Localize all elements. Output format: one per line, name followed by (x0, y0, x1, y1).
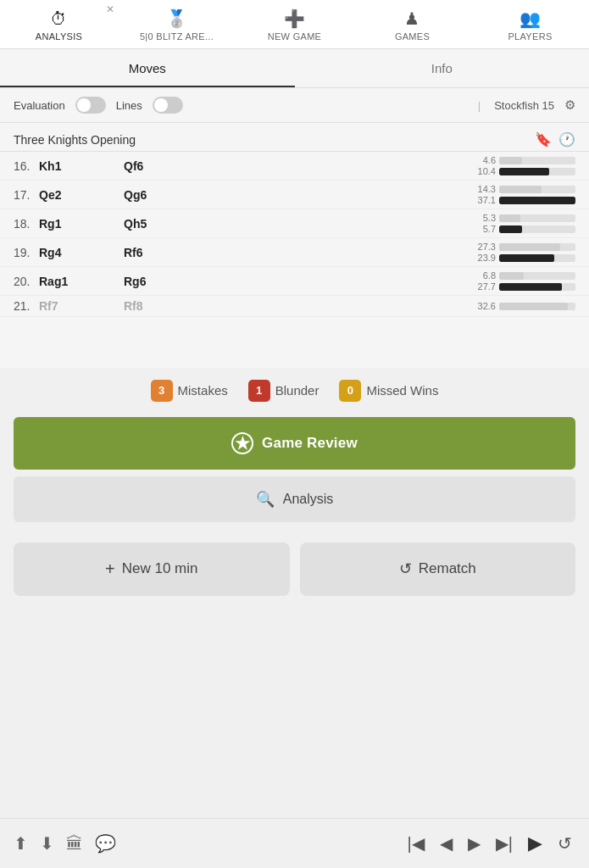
timer-icon: ⏱ (50, 9, 67, 29)
missed-wins-label: Missed Wins (366, 383, 438, 398)
move-white[interactable]: Qe2 (39, 188, 124, 202)
game-review-label: Game Review (262, 435, 358, 452)
move-num: 21. (14, 299, 39, 313)
last-move-button[interactable]: ▶| (492, 832, 516, 855)
opening-icons: 🔖 🕐 (535, 131, 575, 147)
game-review-button[interactable]: ★ Game Review (14, 417, 575, 470)
blunders-count: 1 (256, 384, 262, 397)
nav-label-analysis: ANALYSIS (36, 31, 82, 42)
first-move-button[interactable]: |◀ (404, 832, 428, 855)
analysis-icon: 🔍 (256, 490, 275, 509)
gear-icon[interactable]: ⚙ (564, 97, 575, 113)
bar-val: 5.7 (470, 224, 496, 234)
play-button[interactable]: ▶ (525, 831, 546, 856)
move-num: 18. (14, 217, 39, 231)
bar-val: 14.3 (470, 184, 496, 194)
nav-item-new-game[interactable]: ➕ NEW GAME (236, 0, 353, 48)
eval-bar: Evaluation Lines | Stockfish 15 ⚙ (0, 88, 589, 123)
plus-new-icon: + (105, 559, 115, 579)
opening-name: Three Knights Opening 🔖 🕐 (14, 131, 575, 147)
analysis-button[interactable]: 🔍 Analysis (14, 476, 575, 522)
mistakes-count: 3 (158, 384, 164, 397)
star-icon: ★ (231, 432, 253, 454)
move-white[interactable]: Rag1 (39, 275, 124, 288)
evaluation-label: Evaluation (14, 99, 65, 112)
move-bars: 4.6 10.4 (208, 155, 575, 176)
table-row: 16. Kh1 Qf6 4.6 10.4 (0, 152, 589, 181)
table-row: 21. Rf7 Rf8 32.6 (0, 296, 589, 317)
bar-val: 32.6 (470, 301, 496, 311)
bar-val: 23.9 (470, 253, 496, 263)
lines-toggle[interactable] (153, 97, 183, 114)
nav-item-blitz[interactable]: 🥈 5|0 BLITZ ARE... (118, 0, 236, 48)
rematch-label: Rematch (419, 560, 476, 577)
medal-icon: 🥈 (166, 8, 187, 29)
move-black[interactable]: Qh5 (124, 217, 208, 231)
move-black[interactable]: Rg6 (124, 275, 208, 288)
nav-label-blitz: 5|0 BLITZ ARE... (140, 31, 214, 42)
nav-label-games: GAMES (395, 31, 430, 42)
bar-val: 27.7 (470, 281, 496, 292)
action-buttons: ★ Game Review 🔍 Analysis (0, 410, 589, 529)
tab-info[interactable]: Info (295, 49, 590, 87)
next-move-button[interactable]: ▶ (464, 832, 484, 855)
bar-val: 5.3 (470, 213, 496, 223)
prev-move-button[interactable]: ◀ (436, 832, 456, 855)
move-white[interactable]: Rg1 (39, 217, 124, 231)
blunders-badge: 1 (248, 380, 270, 402)
stats-row: 3 Mistakes 1 Blunder 0 Missed Wins (0, 368, 589, 410)
tab-moves[interactable]: Moves (0, 49, 295, 87)
move-white[interactable]: Kh1 (39, 159, 124, 173)
move-bars: 32.6 (208, 301, 575, 311)
nav-item-players[interactable]: 👥 PLAYERS (471, 0, 589, 48)
move-black[interactable]: Qf6 (124, 159, 208, 173)
blunders-label: Blunder (275, 383, 320, 398)
missed-wins-count: 0 (347, 384, 353, 397)
players-icon: 👥 (520, 8, 541, 29)
rematch-button[interactable]: ↺ Rematch (300, 542, 576, 596)
analysis-label: Analysis (283, 492, 334, 507)
move-black[interactable]: Rf8 (124, 299, 208, 313)
table-row: 20. Rag1 Rg6 6.8 27.7 (0, 267, 589, 296)
move-num: 19. (14, 246, 39, 259)
share-icon[interactable]: ⬆ (14, 833, 28, 854)
divider: | (478, 99, 481, 112)
move-black[interactable]: Rf6 (124, 246, 208, 259)
new-game-button[interactable]: + New 10 min (14, 542, 290, 596)
nav-label-new-game: NEW GAME (268, 31, 322, 42)
plus-icon: ➕ (284, 8, 305, 29)
library-icon[interactable]: 🏛 (66, 834, 83, 854)
table-row: 19. Rg4 Rf6 27.3 23.9 (0, 238, 589, 267)
stat-mistakes: 3 Mistakes (151, 380, 228, 402)
nav-item-analysis[interactable]: ⏱ ✕ ANALYSIS (0, 0, 118, 48)
bottom-action-row: + New 10 min ↺ Rematch (0, 529, 589, 603)
move-bars: 5.3 5.7 (208, 213, 575, 234)
move-white[interactable]: Rg4 (39, 246, 124, 259)
evaluation-toggle[interactable] (75, 97, 106, 114)
move-bars: 27.3 23.9 (208, 242, 575, 263)
clock-icon[interactable]: 🕐 (558, 131, 575, 147)
move-white[interactable]: Rf7 (39, 299, 124, 313)
stockfish-label: Stockfish 15 (494, 99, 554, 112)
bar-val: 37.1 (470, 195, 496, 205)
toolbar-left: ⬆ ⬇ 🏛 💬 (14, 833, 116, 854)
bar-val: 10.4 (470, 166, 496, 176)
toolbar-right: |◀ ◀ ▶ ▶| ▶ ↺ (404, 831, 575, 856)
move-black[interactable]: Qg6 (124, 188, 208, 202)
move-bars: 6.8 27.7 (208, 270, 575, 292)
bar-val: 4.6 (470, 155, 496, 165)
mistakes-badge: 3 (151, 380, 173, 402)
close-icon[interactable]: ✕ (106, 3, 114, 15)
download-icon[interactable]: ⬇ (40, 833, 54, 854)
nav-item-games[interactable]: ♟ GAMES (353, 0, 471, 48)
bookmark-icon[interactable]: 🔖 (535, 131, 552, 147)
chess-icon: ♟ (404, 8, 420, 29)
mistakes-label: Mistakes (178, 383, 228, 398)
chat-icon[interactable]: 💬 (95, 833, 116, 854)
rematch-icon: ↺ (399, 559, 412, 578)
move-num: 17. (14, 188, 39, 202)
move-num: 20. (14, 275, 39, 288)
moves-list: 16. Kh1 Qf6 4.6 10.4 17. Qe2 Qg6 14.3 (0, 152, 589, 368)
refresh-button[interactable]: ↺ (554, 832, 575, 855)
table-row: 17. Qe2 Qg6 14.3 37.1 (0, 181, 589, 209)
